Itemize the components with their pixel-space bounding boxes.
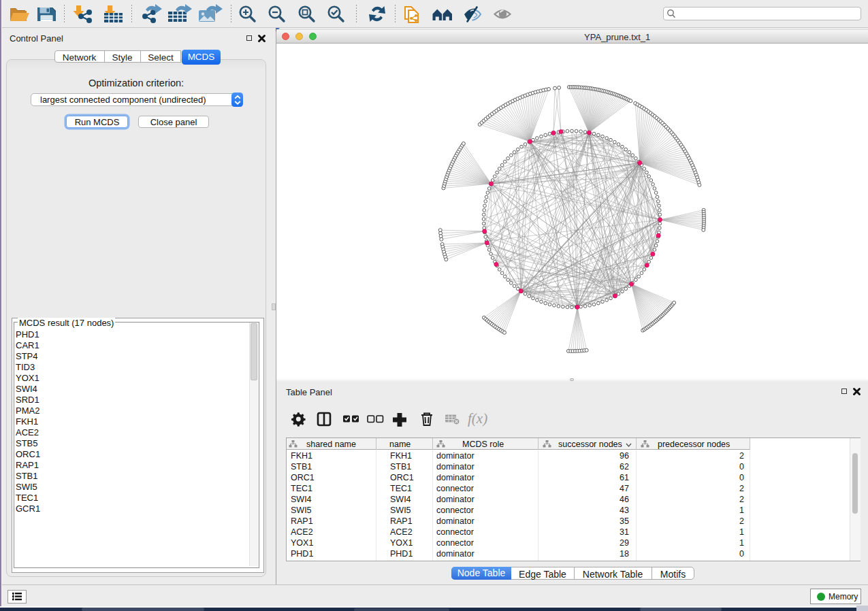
svg-text:f(x): f(x) [468,410,487,427]
